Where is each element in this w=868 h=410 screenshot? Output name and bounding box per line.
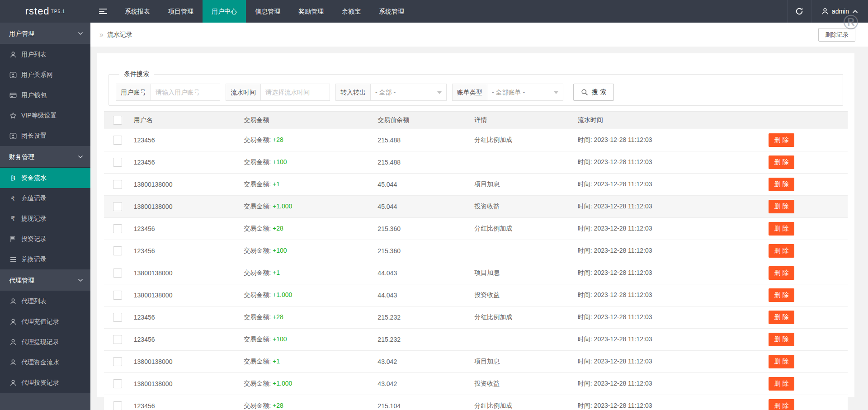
search-button-label: 搜 索 bbox=[592, 88, 606, 96]
row-checkbox[interactable] bbox=[113, 136, 122, 145]
delete-row-button[interactable]: 删 除 bbox=[769, 311, 795, 324]
table-row: 123456交易金额: +100215.360时间: 2023-12-28 11… bbox=[104, 240, 848, 262]
row-checkbox[interactable] bbox=[113, 224, 122, 233]
sidebar-section-title[interactable]: 用户管理 bbox=[0, 23, 90, 44]
row-checkbox[interactable] bbox=[113, 357, 122, 366]
delete-row-button[interactable]: 删 除 bbox=[769, 156, 795, 169]
search-select[interactable]: - 全部 - bbox=[371, 84, 447, 101]
sidebar-item-label: 提现记录 bbox=[21, 215, 47, 223]
sidebar-item-label: VIP等级设置 bbox=[21, 112, 57, 120]
sidebar-item-label: 代理投资记录 bbox=[21, 379, 59, 387]
star-icon bbox=[9, 112, 17, 119]
time-value: 2023-12-28 11:12:03 bbox=[594, 335, 652, 343]
delete-row-button[interactable]: 删 除 bbox=[769, 288, 795, 302]
column-header: 流水时间 bbox=[578, 116, 759, 124]
time-value: 2023-12-28 11:12:03 bbox=[594, 180, 652, 188]
top-menu-item[interactable]: 项目管理 bbox=[159, 0, 203, 23]
sidebar-item[interactable]: ₹提现记录 bbox=[0, 208, 90, 229]
breadcrumb-bar: » 流水记录 删除记录 bbox=[90, 23, 868, 47]
delete-row-button[interactable]: 删 除 bbox=[769, 178, 795, 191]
top-menu-item[interactable]: 余额宝 bbox=[333, 0, 370, 23]
sidebar-item[interactable]: 投资记录 bbox=[0, 229, 90, 249]
cell-time: 时间: 2023-12-28 11:12:03 bbox=[578, 225, 759, 233]
delete-row-button[interactable]: 删 除 bbox=[769, 333, 795, 346]
row-checkbox[interactable] bbox=[113, 246, 122, 255]
search-button[interactable]: 搜 索 bbox=[573, 84, 614, 101]
search-panel-title: 条件搜索 bbox=[119, 70, 154, 78]
select-all-checkbox[interactable] bbox=[113, 116, 122, 125]
cell-detail: 分红比例加成 bbox=[474, 136, 578, 144]
cell-username: 123456 bbox=[134, 137, 244, 144]
sidebar-section-title[interactable]: 财务管理 bbox=[0, 146, 90, 168]
delete-row-button[interactable]: 删 除 bbox=[769, 244, 795, 258]
top-menu-item[interactable]: 信息管理 bbox=[246, 0, 289, 23]
row-checkbox[interactable] bbox=[113, 379, 122, 388]
sidebar-item[interactable]: 代理资金流水 bbox=[0, 352, 90, 372]
sidebar-item[interactable]: VIP等级设置 bbox=[0, 105, 90, 126]
user-menu[interactable]: admin bbox=[811, 0, 868, 23]
row-checkbox[interactable] bbox=[113, 335, 122, 344]
delete-records-button[interactable]: 删除记录 bbox=[818, 28, 855, 42]
amount-value: +100 bbox=[273, 158, 287, 165]
collapse-menu-icon[interactable] bbox=[90, 0, 116, 23]
search-input[interactable] bbox=[151, 84, 220, 101]
time-value: 2023-12-28 11:12:03 bbox=[594, 136, 652, 143]
row-checkbox[interactable] bbox=[113, 180, 122, 189]
sidebar-item[interactable]: 用户列表 bbox=[0, 44, 90, 65]
cell-balance: 45.044 bbox=[377, 203, 474, 210]
sidebar-item[interactable]: 团长设置 bbox=[0, 126, 90, 146]
sidebar-item-label: 团长设置 bbox=[21, 132, 47, 140]
row-checkbox[interactable] bbox=[113, 269, 122, 278]
topbar-right: admin bbox=[787, 0, 868, 23]
top-menu-item[interactable]: 用户中心 bbox=[203, 0, 246, 23]
sidebar-item-label: 兑换记录 bbox=[21, 255, 47, 264]
table-row: 123456交易金额: +28215.104分红比例加成时间: 2023-12-… bbox=[104, 395, 848, 410]
cell-amount: 交易金额: +1 bbox=[244, 358, 377, 366]
top-menu-item[interactable]: 奖励管理 bbox=[289, 0, 333, 23]
sidebar-item[interactable]: 代理提现记录 bbox=[0, 332, 90, 352]
sidebar-item[interactable]: 代理充值记录 bbox=[0, 311, 90, 332]
cell-balance: 44.043 bbox=[377, 292, 474, 299]
delete-row-button[interactable]: 删 除 bbox=[769, 222, 795, 236]
row-checkbox[interactable] bbox=[113, 313, 122, 322]
sidebar-section-title[interactable]: 代理管理 bbox=[0, 269, 90, 291]
row-checkbox[interactable] bbox=[113, 202, 122, 211]
amount-value: +28 bbox=[273, 136, 283, 143]
delete-row-button[interactable]: 删 除 bbox=[769, 266, 795, 280]
sidebar-item[interactable]: 兑换记录 bbox=[0, 249, 90, 269]
sidebar-item[interactable]: 用户关系网 bbox=[0, 65, 90, 85]
table-row: 13800138000交易金额: +143.042项目加息时间: 2023-12… bbox=[104, 351, 848, 373]
sidebar-item[interactable]: 代理投资记录 bbox=[0, 372, 90, 393]
delete-row-button[interactable]: 删 除 bbox=[769, 355, 795, 368]
sidebar-item[interactable]: ₿资金流水 bbox=[0, 168, 90, 188]
amount-prefix: 交易金额: bbox=[244, 313, 273, 320]
cell-time: 时间: 2023-12-28 11:12:03 bbox=[578, 380, 759, 388]
sidebar-item[interactable]: 用户钱包 bbox=[0, 85, 90, 105]
sidebar-item[interactable]: ₹充值记录 bbox=[0, 188, 90, 208]
top-menu: 系统报表项目管理用户中心信息管理奖励管理余额宝系统管理 bbox=[116, 0, 413, 23]
delete-row-button[interactable]: 删 除 bbox=[769, 377, 795, 391]
sidebar-item[interactable]: 代理列表 bbox=[0, 291, 90, 311]
row-checkbox[interactable] bbox=[113, 158, 122, 167]
top-menu-item[interactable]: 系统管理 bbox=[370, 0, 413, 23]
top-menu-item[interactable]: 系统报表 bbox=[116, 0, 159, 23]
amount-value: +28 bbox=[273, 313, 283, 320]
delete-row-button[interactable]: 删 除 bbox=[769, 399, 795, 410]
row-checkbox[interactable] bbox=[113, 291, 122, 300]
search-select[interactable]: - 全部账单 - bbox=[487, 84, 563, 101]
sidebar-section-title[interactable] bbox=[0, 393, 90, 410]
row-checkbox[interactable] bbox=[113, 401, 122, 410]
cell-amount: 交易金额: +1.000 bbox=[244, 203, 377, 211]
amount-prefix: 交易金额: bbox=[244, 291, 273, 298]
delete-row-button[interactable]: 删 除 bbox=[769, 133, 795, 147]
cell-action: 删 除 bbox=[759, 200, 848, 213]
table-row: 123456交易金额: +28215.232分红比例加成时间: 2023-12-… bbox=[104, 306, 848, 329]
refresh-button[interactable] bbox=[787, 0, 811, 23]
search-input[interactable] bbox=[261, 84, 330, 101]
user-icon bbox=[9, 379, 17, 386]
logo-text: rsted bbox=[25, 5, 50, 17]
time-value: 2023-12-28 11:12:03 bbox=[594, 313, 652, 320]
time-value: 2023-12-28 11:12:03 bbox=[594, 247, 652, 254]
time-value: 2023-12-28 11:12:03 bbox=[594, 225, 652, 232]
delete-row-button[interactable]: 删 除 bbox=[769, 200, 795, 213]
